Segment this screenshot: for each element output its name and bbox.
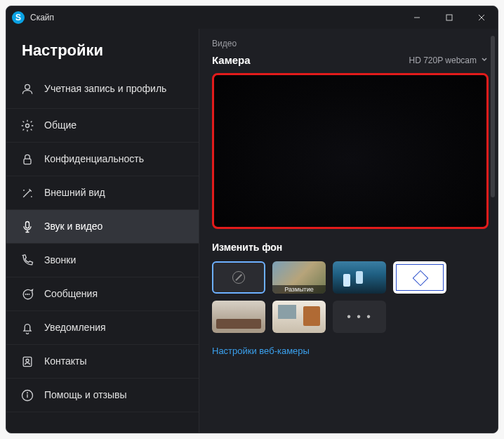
maximize-button[interactable] (433, 6, 465, 29)
mic-icon (20, 220, 34, 234)
change-background-heading: Изменить фон (212, 242, 488, 253)
content-pane: Видео Камера HD 720P webcam Изменить фон (199, 29, 498, 433)
body: Настройки Учетная запись и профиль Общие (6, 29, 498, 433)
bg-tile-ornament[interactable] (393, 261, 446, 294)
camera-select[interactable]: HD 720P webcam (409, 55, 489, 65)
sidebar-item-privacy[interactable]: Конфиденциальность (6, 143, 199, 176)
chevron-down-icon (481, 55, 488, 65)
sidebar-item-label: Общие (44, 119, 77, 131)
bg-tile-waterfall[interactable] (333, 261, 386, 294)
info-icon (20, 388, 34, 402)
lock-icon (20, 152, 34, 166)
svg-point-4 (25, 84, 30, 89)
sidebar-item-label: Учетная запись и профиль (44, 83, 166, 95)
svg-point-10 (29, 294, 29, 294)
chat-icon (20, 287, 34, 301)
sidebar-item-audio-video[interactable]: Звук и видео (6, 210, 199, 244)
close-button[interactable] (465, 6, 498, 29)
sidebar-item-account[interactable]: Учетная запись и профиль (6, 70, 199, 109)
svg-point-12 (26, 359, 29, 362)
sidebar-item-calls[interactable]: Звонки (6, 244, 199, 277)
wand-icon (20, 186, 34, 200)
svg-point-15 (27, 392, 28, 393)
sidebar-item-label: Внешний вид (44, 187, 105, 199)
sidebar-item-general[interactable]: Общие (6, 109, 199, 143)
sidebar-item-label: Уведомления (44, 322, 106, 334)
bg-tile-none[interactable] (212, 261, 265, 294)
bg-tile-room2[interactable] (272, 301, 326, 333)
bg-tile-label: Размытие (272, 285, 326, 294)
titlebar: S Скайп (6, 6, 498, 29)
more-icon: • • • (347, 310, 372, 323)
svg-point-8 (25, 294, 26, 294)
sidebar-item-appearance[interactable]: Внешний вид (6, 176, 199, 210)
sidebar: Настройки Учетная запись и профиль Общие (6, 29, 199, 433)
none-icon (232, 271, 245, 284)
sidebar-item-label: Помощь и отзывы (44, 389, 127, 401)
sidebar-item-help[interactable]: Помощь и отзывы (6, 379, 199, 412)
nav-list: Учетная запись и профиль Общие Конфиденц… (6, 70, 199, 433)
camera-selected-value: HD 720P webcam (409, 55, 477, 65)
phone-icon (20, 254, 34, 268)
user-icon (20, 82, 34, 96)
sidebar-item-label: Конфиденциальность (44, 153, 144, 165)
gear-icon (20, 119, 34, 133)
sidebar-item-label: Контакты (44, 355, 86, 367)
bg-tile-more[interactable]: • • • (333, 301, 386, 333)
window-title: Скайп (30, 13, 54, 22)
app-window: S Скайп Настройки Учетная запись и профи… (6, 6, 498, 433)
bg-tile-room1[interactable] (212, 301, 265, 333)
scrollbar[interactable] (491, 36, 495, 197)
svg-rect-7 (26, 221, 29, 228)
background-grid: Размытие • • • (212, 261, 488, 333)
svg-rect-6 (24, 159, 31, 164)
bell-icon (20, 321, 34, 335)
sidebar-item-notifications[interactable]: Уведомления (6, 311, 199, 345)
app-icon: S (12, 11, 25, 24)
camera-preview (212, 73, 489, 229)
minimize-button[interactable] (401, 6, 433, 29)
svg-point-9 (27, 294, 28, 294)
section-label-video: Видео (212, 39, 488, 48)
svg-point-5 (26, 124, 29, 127)
bg-tile-blur[interactable]: Размытие (272, 261, 326, 294)
sidebar-item-messages[interactable]: Сообщения (6, 277, 199, 311)
settings-heading: Настройки (6, 29, 199, 70)
sidebar-item-label: Звонки (44, 254, 76, 266)
sidebar-item-contacts[interactable]: Контакты (6, 345, 199, 379)
svg-rect-1 (446, 15, 452, 20)
camera-heading: Камера (212, 54, 409, 66)
sidebar-item-label: Сообщения (44, 288, 98, 300)
contacts-icon (20, 355, 34, 369)
camera-row: Камера HD 720P webcam (212, 54, 488, 66)
sidebar-item-label: Звук и видео (44, 221, 102, 232)
webcam-settings-link[interactable]: Настройки веб-камеры (212, 346, 488, 356)
